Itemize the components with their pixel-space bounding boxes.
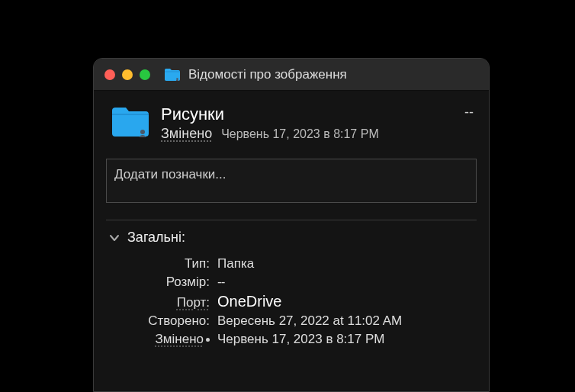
folder-large-icon [111, 106, 150, 138]
header-modified: Змінено Червень 17, 2023 в 8:17 PM [161, 126, 464, 142]
prop-size: Розмір: -- [126, 275, 477, 290]
window-title: Відомості про зображення [188, 67, 347, 82]
created-label: Створено: [126, 313, 217, 329]
header-modified-date: Червень 17, 2023 в 8:17 PM [221, 127, 379, 141]
size-label: Розмір: [126, 275, 217, 290]
minimize-icon[interactable] [122, 69, 133, 80]
tags-placeholder: Додати позначки... [114, 167, 226, 182]
header-text: Рисунки Змінено Червень 17, 2023 в 8:17 … [161, 104, 464, 142]
svg-point-1 [140, 130, 145, 134]
header-size: -- [464, 104, 474, 120]
created-value: Вересень 27, 2022 at 11:02 AM [217, 313, 402, 329]
header-row: Рисунки Змінено Червень 17, 2023 в 8:17 … [106, 104, 477, 142]
header-modified-label: Змінено [161, 126, 212, 142]
prop-type: Тип: Папка [126, 256, 477, 272]
port-label: Порт: [126, 295, 217, 310]
type-label: Тип: [126, 256, 217, 272]
prop-created: Створено: Вересень 27, 2022 at 11:02 AM [126, 313, 477, 329]
type-value: Папка [217, 256, 254, 272]
port-value: OneDrive [217, 293, 281, 310]
size-value: -- [217, 275, 224, 290]
titlebar: Відомості про зображення [94, 59, 489, 91]
modified-label: Змінено [126, 332, 217, 347]
folder-icon [164, 68, 181, 82]
general-props: Тип: Папка Розмір: -- Порт: OneDrive Ств… [126, 256, 477, 347]
modified-value: Червень 17, 2023 в 8:17 PM [217, 332, 384, 347]
tags-input[interactable]: Додати позначки... [106, 159, 477, 203]
general-section: Загальні: Тип: Папка Розмір: -- Порт: On… [106, 220, 477, 347]
close-icon[interactable] [104, 69, 115, 80]
general-header[interactable]: Загальні: [109, 230, 477, 246]
general-title: Загальні: [127, 230, 185, 246]
prop-modified: Змінено Червень 17, 2023 в 8:17 PM [126, 332, 477, 347]
zoom-icon[interactable] [140, 69, 150, 80]
chevron-down-icon [109, 233, 120, 243]
prop-port: Порт: OneDrive [126, 293, 477, 310]
traffic-lights [104, 69, 150, 80]
content: Рисунки Змінено Червень 17, 2023 в 8:17 … [94, 91, 489, 391]
folder-name: Рисунки [161, 104, 464, 124]
info-window: Відомості про зображення Рисунки Змінено… [93, 58, 490, 392]
